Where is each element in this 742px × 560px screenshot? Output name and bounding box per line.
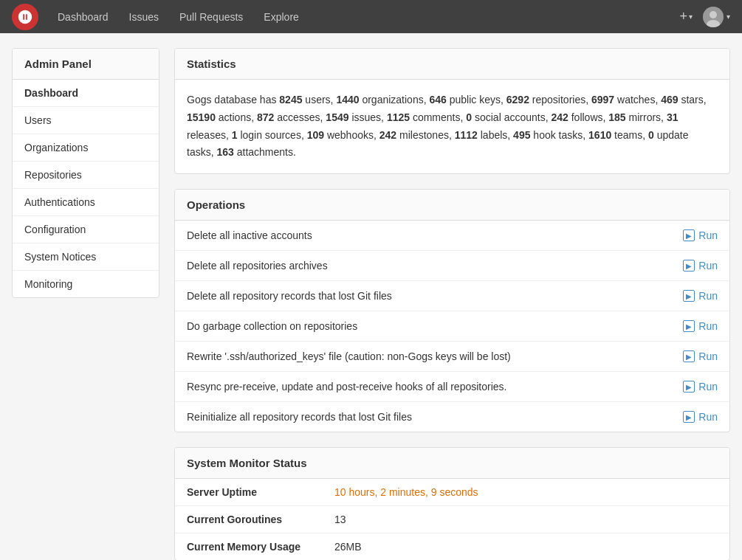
stat-attachments: 163 bbox=[216, 146, 233, 158]
op-row-6: Reinitialize all repository records that… bbox=[175, 402, 729, 432]
op-label-1: Delete all repositories archives bbox=[187, 260, 328, 272]
stat-stars: 469 bbox=[661, 94, 678, 106]
op-run-4[interactable]: ▶ Run bbox=[683, 350, 718, 362]
stat-accesses: 872 bbox=[257, 111, 274, 123]
op-run-3[interactable]: ▶ Run bbox=[683, 320, 718, 332]
run-icon-1: ▶ bbox=[683, 260, 695, 272]
monitor-value-2: 26MB bbox=[334, 541, 362, 553]
stat-repositories: 6292 bbox=[506, 94, 529, 106]
stat-labels: 1112 bbox=[455, 129, 478, 141]
stat-actions: 15190 bbox=[187, 111, 216, 123]
sidebar-item-users[interactable]: Users bbox=[13, 107, 159, 134]
statistics-card: Statistics Gogs database has 8245 users,… bbox=[174, 48, 730, 174]
op-label-0: Delete all inactive accounts bbox=[187, 229, 312, 241]
monitor-row-1: Current Goroutines 13 bbox=[175, 506, 729, 533]
add-chevron-icon: ▾ bbox=[689, 13, 693, 21]
stat-public-keys: 646 bbox=[429, 94, 446, 106]
stat-comments: 1125 bbox=[387, 111, 410, 123]
op-run-label-5: Run bbox=[698, 381, 718, 393]
operations-list: Delete all inactive accounts ▶ Run Delet… bbox=[175, 221, 729, 432]
operations-title: Operations bbox=[175, 190, 729, 221]
sidebar-item-configuration[interactable]: Configuration bbox=[13, 216, 159, 243]
op-row-0: Delete all inactive accounts ▶ Run bbox=[175, 221, 729, 251]
avatar-image bbox=[703, 7, 724, 27]
op-run-label-3: Run bbox=[698, 320, 718, 332]
monitor-label-1: Current Goroutines bbox=[187, 514, 334, 525]
sidebar-item-repositories[interactable]: Repositories bbox=[13, 162, 159, 189]
stat-social-accounts: 0 bbox=[466, 111, 472, 123]
stat-issues: 1549 bbox=[326, 111, 348, 123]
op-label-6: Reinitialize all repository records that… bbox=[187, 411, 412, 423]
op-run-label-6: Run bbox=[698, 411, 718, 423]
op-row-5: Resync pre-receive, update and post-rece… bbox=[175, 372, 729, 402]
stat-webhooks: 109 bbox=[307, 129, 324, 141]
stat-hook-tasks: 495 bbox=[513, 129, 530, 141]
sidebar-item-organizations[interactable]: Organizations bbox=[13, 134, 159, 162]
sidebar-item-authentications[interactable]: Authentications bbox=[13, 189, 159, 216]
sidebar-item-system-notices[interactable]: System Notices bbox=[13, 243, 159, 271]
op-row-3: Do garbage collection on repositories ▶ … bbox=[175, 311, 729, 342]
statistics-text: Gogs database has 8245 users, 1440 organ… bbox=[187, 91, 718, 162]
run-icon-3: ▶ bbox=[683, 320, 695, 332]
main-content: Statistics Gogs database has 8245 users,… bbox=[174, 48, 730, 560]
system-monitor-card: System Monitor Status Server Uptime 10 h… bbox=[174, 447, 730, 560]
page-wrap: Admin Panel Dashboard Users Organization… bbox=[0, 33, 742, 560]
stat-follows: 242 bbox=[551, 111, 568, 123]
system-monitor-list: Server Uptime 10 hours, 2 minutes, 9 sec… bbox=[175, 479, 729, 560]
stat-mirrors: 185 bbox=[608, 111, 625, 123]
op-run-5[interactable]: ▶ Run bbox=[683, 381, 718, 393]
stat-watches: 6997 bbox=[591, 94, 614, 106]
add-button[interactable]: + ▾ bbox=[675, 9, 697, 24]
logo[interactable] bbox=[12, 4, 38, 30]
run-icon-5: ▶ bbox=[683, 381, 695, 393]
monitor-row-2: Current Memory Usage 26MB bbox=[175, 533, 729, 560]
nav-dashboard[interactable]: Dashboard bbox=[47, 0, 119, 33]
op-run-1[interactable]: ▶ Run bbox=[683, 260, 718, 272]
stat-organizations: 1440 bbox=[336, 94, 359, 106]
nav-pull-requests[interactable]: Pull Requests bbox=[169, 0, 253, 33]
stat-login-sources: 1 bbox=[232, 129, 238, 141]
op-run-2[interactable]: ▶ Run bbox=[683, 290, 718, 302]
op-run-label-1: Run bbox=[698, 260, 718, 272]
statistics-body: Gogs database has 8245 users, 1440 organ… bbox=[175, 80, 729, 173]
main-nav: Dashboard Issues Pull Requests Explore bbox=[47, 0, 675, 33]
sidebar-title: Admin Panel bbox=[13, 49, 159, 80]
op-label-2: Delete all repository records that lost … bbox=[187, 290, 392, 302]
op-label-3: Do garbage collection on repositories bbox=[187, 320, 357, 332]
op-row-4: Rewrite '.ssh/authorized_keys' file (cau… bbox=[175, 342, 729, 372]
avatar bbox=[703, 7, 724, 27]
op-run-label-0: Run bbox=[698, 229, 718, 241]
system-monitor-title: System Monitor Status bbox=[175, 448, 729, 479]
nav-issues[interactable]: Issues bbox=[119, 0, 169, 33]
op-label-4: Rewrite '.ssh/authorized_keys' file (cau… bbox=[187, 350, 511, 362]
stat-users: 8245 bbox=[279, 94, 302, 106]
run-icon-4: ▶ bbox=[683, 350, 695, 362]
logo-icon bbox=[17, 9, 33, 25]
monitor-row-0: Server Uptime 10 hours, 2 minutes, 9 sec… bbox=[175, 479, 729, 506]
sidebar-item-dashboard[interactable]: Dashboard bbox=[13, 80, 159, 107]
user-menu[interactable]: ▾ bbox=[703, 7, 730, 27]
op-row-2: Delete all repository records that lost … bbox=[175, 281, 729, 311]
header-right: + ▾ ▾ bbox=[675, 7, 730, 27]
stat-teams: 1610 bbox=[588, 129, 611, 141]
nav-explore[interactable]: Explore bbox=[253, 0, 309, 33]
user-chevron-icon: ▾ bbox=[726, 13, 730, 21]
sidebar-item-monitoring[interactable]: Monitoring bbox=[13, 271, 159, 297]
op-run-0[interactable]: ▶ Run bbox=[683, 229, 718, 241]
monitor-label-0: Server Uptime bbox=[187, 486, 334, 498]
op-run-6[interactable]: ▶ Run bbox=[683, 411, 718, 423]
stat-update-tasks: 0 bbox=[648, 129, 654, 141]
monitor-value-1: 13 bbox=[334, 514, 346, 525]
svg-point-1 bbox=[710, 11, 717, 18]
monitor-value-0: 10 hours, 2 minutes, 9 seconds bbox=[334, 486, 478, 498]
run-icon-0: ▶ bbox=[683, 229, 695, 241]
op-row-1: Delete all repositories archives ▶ Run bbox=[175, 251, 729, 281]
run-icon-6: ▶ bbox=[683, 411, 695, 423]
op-run-label-2: Run bbox=[698, 290, 718, 302]
op-label-5: Resync pre-receive, update and post-rece… bbox=[187, 381, 506, 393]
monitor-label-2: Current Memory Usage bbox=[187, 541, 334, 553]
stat-releases: 31 bbox=[667, 111, 679, 123]
sidebar: Admin Panel Dashboard Users Organization… bbox=[12, 48, 159, 298]
stat-milestones: 242 bbox=[379, 129, 396, 141]
main-header: Dashboard Issues Pull Requests Explore +… bbox=[0, 0, 742, 33]
